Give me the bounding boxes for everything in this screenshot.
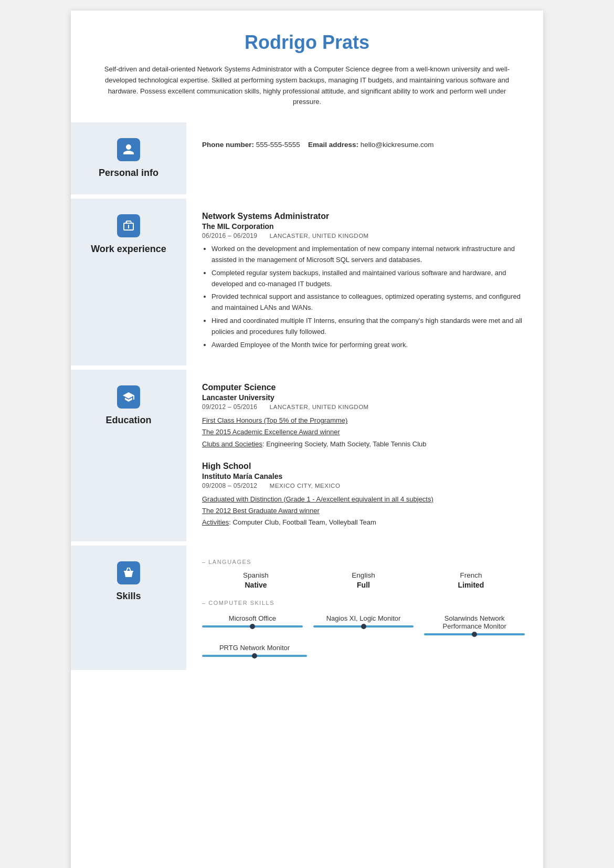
job-bullets-list: Worked on the development and implementa… xyxy=(202,244,525,350)
candidate-name: Rodrigo Prats xyxy=(102,32,512,54)
bullet-2: Completed regular system backups, instal… xyxy=(211,268,525,290)
edu-location-2: MEXICO CITY, MEXICO xyxy=(270,483,341,489)
skills-row-2: PRTG Network Monitor xyxy=(202,644,525,657)
lang-level-spanish: Native xyxy=(202,581,310,589)
briefcase-icon xyxy=(122,219,135,232)
activities-label: Activities xyxy=(202,518,229,526)
bullet-1: Worked on the development and implementa… xyxy=(211,244,525,266)
education-content: Computer Science Lancaster University 09… xyxy=(186,370,543,541)
phone-value: 555-555-5555 xyxy=(256,141,300,149)
flask-icon xyxy=(122,567,135,579)
work-experience-icon xyxy=(117,214,140,237)
job-title: Network Systems Administrator xyxy=(202,212,525,221)
phone-label: Phone number: xyxy=(202,141,254,149)
clubs-label: Clubs and Societies xyxy=(202,440,262,448)
highschool-block: High School Instituto María Canales 09/2… xyxy=(202,462,525,528)
personal-info-section: Personal info Phone number: 555-555-5555… xyxy=(71,122,543,194)
job-location: LANCASTER, UNITED KINGDOM xyxy=(270,233,369,239)
education-section: Education Computer Science Lancaster Uni… xyxy=(71,370,543,541)
work-experience-content: Network Systems Administrator The MIL Co… xyxy=(186,198,543,365)
language-french: French Limited xyxy=(417,571,525,589)
resume-summary: Self-driven and detail-oriented Network … xyxy=(102,64,512,108)
work-experience-title: Work experience xyxy=(91,244,166,255)
job-dates: 06/2016 – 06/2019 xyxy=(202,232,257,239)
skill-name-nagios: Nagios XI, Logic Monitor xyxy=(313,614,414,622)
computer-skills-header: COMPUTER SKILLS xyxy=(202,600,525,606)
degree-2: High School xyxy=(202,462,525,471)
computer-skills-subsection: COMPUTER SKILLS Microsoft Office Nagios … xyxy=(202,600,525,657)
skills-content: LANGUAGES Spanish Native English Full Fr… xyxy=(186,546,543,670)
edu-award-2: The 2012 Best Graduate Award winner xyxy=(202,505,525,517)
edu-honours-1: First Class Honours (Top 5% of the Progr… xyxy=(202,415,525,426)
languages-header: LANGUAGES xyxy=(202,559,525,565)
section-left-skills: Skills xyxy=(71,546,186,670)
language-spanish: Spanish Native xyxy=(202,571,310,589)
university-block: Computer Science Lancaster University 09… xyxy=(202,383,525,449)
work-experience-section: Work experience Network Systems Administ… xyxy=(71,198,543,365)
skill-dot-nagios xyxy=(361,624,366,629)
skill-solarwinds: Solarwinds Network Performance Monitor xyxy=(424,614,525,635)
lang-name-french: French xyxy=(417,571,525,579)
bullet-3: Provided technical support and assistanc… xyxy=(211,291,525,313)
skill-ms-office: Microsoft Office xyxy=(202,614,303,635)
email-value: hello@kickresume.com xyxy=(361,141,434,149)
bullet-4: Hired and coordinated multiple IT Intern… xyxy=(211,316,525,338)
school-1: Lancaster University xyxy=(202,393,525,402)
job-meta: 06/2016 – 06/2019 LANCASTER, UNITED KING… xyxy=(202,232,525,239)
edu-meta-1: 09/2012 – 05/2016 LANCASTER, UNITED KING… xyxy=(202,403,525,411)
skill-dot-prtg xyxy=(252,653,257,658)
skill-name-prtg: PRTG Network Monitor xyxy=(202,644,307,652)
language-english: English Full xyxy=(310,571,417,589)
skill-bar-ms-office xyxy=(202,625,303,628)
education-icon xyxy=(117,385,140,409)
skills-grid: Microsoft Office Nagios XI, Logic Monito… xyxy=(202,614,525,635)
languages-subsection: LANGUAGES Spanish Native English Full Fr… xyxy=(202,559,525,589)
edu-location-1: LANCASTER, UNITED KINGDOM xyxy=(270,404,369,410)
lang-level-english: Full xyxy=(310,581,417,589)
edu-dates-1: 09/2012 – 05/2016 xyxy=(202,403,257,411)
skills-grid-2: PRTG Network Monitor xyxy=(202,644,525,657)
section-left-education: Education xyxy=(71,370,186,541)
section-left-personal: Personal info xyxy=(71,122,186,194)
skills-title: Skills xyxy=(116,591,141,602)
skill-bar-nagios xyxy=(313,625,414,628)
languages-grid: Spanish Native English Full French Limit… xyxy=(202,571,525,589)
lang-level-french: Limited xyxy=(417,581,525,589)
edu-graduated-2: Graduated with Distinction (Grade 1 - A/… xyxy=(202,494,525,505)
personal-info-icon xyxy=(117,138,140,161)
skill-name-ms-office: Microsoft Office xyxy=(202,614,303,622)
resume-header: Rodrigo Prats Self-driven and detail-ori… xyxy=(71,11,543,118)
degree-1: Computer Science xyxy=(202,383,525,392)
section-left-work: Work experience xyxy=(71,198,186,365)
edu-dates-2: 09/2008 – 05/2012 xyxy=(202,482,257,489)
contact-line: Phone number: 555-555-5555 Email address… xyxy=(202,141,525,149)
personal-info-title: Personal info xyxy=(99,168,158,179)
job-company: The MIL Corporation xyxy=(202,222,525,231)
person-icon xyxy=(122,143,135,156)
skill-dot-ms-office xyxy=(250,624,255,629)
education-title: Education xyxy=(105,415,151,426)
skills-section: Skills LANGUAGES Spanish Native English … xyxy=(71,546,543,670)
email-label: Email address: xyxy=(308,141,358,149)
skill-dot-solarwinds xyxy=(472,632,477,637)
skill-name-solarwinds: Solarwinds Network Performance Monitor xyxy=(424,614,525,630)
edu-award-1: The 2015 Academic Excellence Award winne… xyxy=(202,426,525,438)
resume-document: Rodrigo Prats Self-driven and detail-ori… xyxy=(71,11,543,868)
edu-activities-2: Activities: Computer Club, Football Team… xyxy=(202,517,525,528)
skill-bar-solarwinds xyxy=(424,633,525,635)
skills-icon xyxy=(117,561,140,584)
school-2: Instituto María Canales xyxy=(202,472,525,480)
skill-prtg: PRTG Network Monitor xyxy=(202,644,307,657)
skill-bar-prtg xyxy=(202,655,307,657)
personal-info-content: Phone number: 555-555-5555 Email address… xyxy=(186,122,543,194)
edu-meta-2: 09/2008 – 05/2012 MEXICO CITY, MEXICO xyxy=(202,482,525,489)
skill-nagios: Nagios XI, Logic Monitor xyxy=(313,614,414,635)
lang-name-english: English xyxy=(310,571,417,579)
graduation-cap-icon xyxy=(122,391,135,403)
lang-name-spanish: Spanish xyxy=(202,571,310,579)
bullet-5: Awarded Employee of the Month twice for … xyxy=(211,340,525,351)
edu-clubs-1: Clubs and Societies: Engineering Society… xyxy=(202,438,525,450)
